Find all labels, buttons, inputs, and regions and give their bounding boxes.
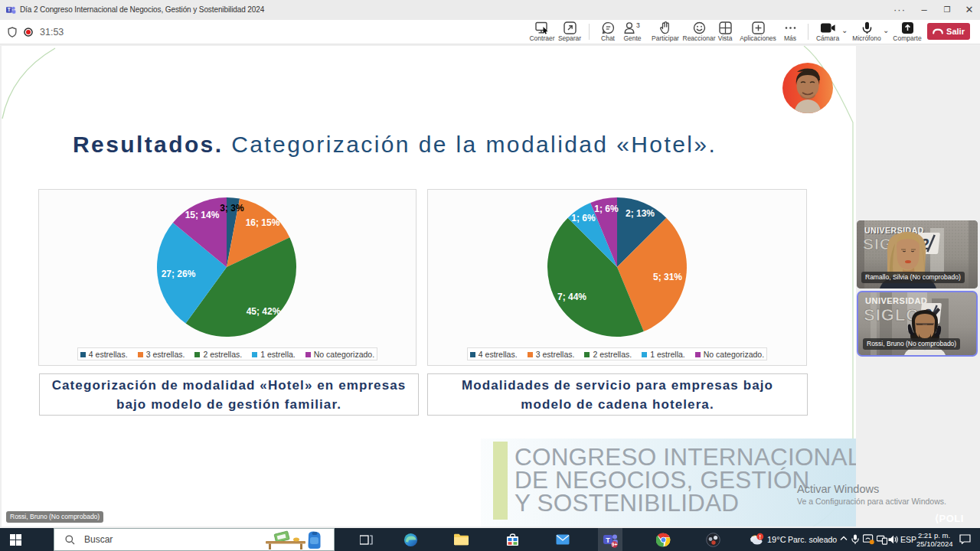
svg-text:3: 3 xyxy=(636,21,640,29)
svg-text:9+: 9+ xyxy=(611,542,617,547)
svg-text:UNIVERSIDAD: UNIVERSIDAD xyxy=(865,296,927,305)
svg-text:!: ! xyxy=(760,533,762,540)
svg-text:T: T xyxy=(606,536,610,543)
svg-text:SIGLO: SIGLO xyxy=(864,305,920,324)
svg-text:T: T xyxy=(8,7,11,12)
